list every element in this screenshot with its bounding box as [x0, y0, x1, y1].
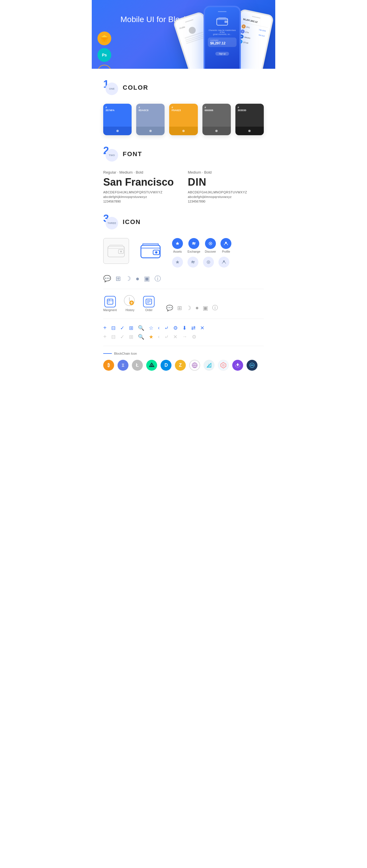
icon-section-header: 3 THREE ICON — [103, 215, 264, 229]
exchange-icon-inactive — [188, 257, 198, 268]
message-icon: ▣ — [144, 275, 150, 282]
order-icon: Order — [143, 296, 154, 312]
management-icons-row: Mangment History — [103, 295, 264, 312]
section-number-2: 2 TWO — [103, 147, 118, 161]
info-icon: ⓘ — [154, 274, 161, 283]
star-icon: ☆ — [149, 325, 153, 331]
chat-icon: 💬 — [103, 275, 111, 282]
gray-stack-icon: ⊞ — [177, 305, 182, 311]
svg-marker-28 — [222, 364, 225, 367]
edit-icon: ⊟ — [111, 325, 116, 331]
search-icon: 🔍 — [138, 325, 144, 331]
divider-3 — [103, 346, 264, 346]
gray-info-icon: ⓘ — [212, 304, 218, 312]
svg-rect-1 — [225, 21, 227, 23]
close-icon: ✕ — [200, 325, 204, 331]
back-icon-gray: ‹ — [158, 334, 160, 340]
font-grid: Regular · Medium · Bold San Francisco AB… — [103, 170, 264, 203]
font-name-din: DIN — [188, 176, 264, 188]
plus-icon-gray: + — [103, 334, 107, 340]
moon-icon: ☽ — [125, 275, 131, 282]
discover-icon-active — [205, 238, 216, 249]
font-san-francisco: Regular · Medium · Bold San Francisco AB… — [103, 170, 179, 203]
management-icon-box — [104, 296, 116, 307]
settings-icon: ⚙ — [173, 325, 178, 331]
close-icon-gray: ✕ — [173, 334, 177, 340]
section-number-3: 3 THREE — [103, 215, 118, 229]
share-icon-gray: ⤶ — [164, 334, 169, 340]
gray-message-icon: ▣ — [203, 305, 208, 311]
check-icon-gray: ✓ — [120, 334, 124, 340]
assets-icon-inactive — [172, 257, 183, 268]
back-icon: ‹ — [158, 325, 160, 331]
blockchain-line — [103, 353, 112, 354]
profile-icon-inactive — [219, 257, 229, 268]
history-icon-wrapper — [123, 295, 136, 307]
font-name-sf: San Francisco — [103, 176, 179, 188]
edit-icon-gray: ⊟ — [111, 334, 116, 340]
history-label: History — [125, 309, 135, 312]
discover-icon-inactive — [203, 257, 214, 268]
management-svg — [107, 299, 113, 305]
search-icon-gray: 🔍 — [138, 334, 144, 340]
exchange-icon-active — [188, 238, 199, 249]
svg-point-7 — [155, 251, 158, 253]
section-number-1: 1 ONE — [103, 80, 118, 95]
icon-title: ICON — [123, 218, 141, 226]
crypto-icons-row: ₿ Ξ Ł D Z — [103, 360, 264, 371]
dash-icon: D — [161, 360, 171, 371]
main-content: 1 ONE COLOR # 3574FA # 8DA0C8 — [92, 69, 275, 394]
arrow-icon-gray: → — [182, 334, 187, 340]
nav-icon-profile: Profile — [221, 238, 231, 253]
swatch-3: # F5A623 — [169, 104, 198, 135]
order-icon-box — [143, 296, 154, 307]
swatch-1: # 3574FA — [103, 104, 132, 135]
utility-icons-gray-row: + ⊟ ✓ ⊞ 🔍 ★ ‹ ⤶ ✕ → ⚙ — [103, 334, 264, 340]
nav-icon-exchange: Exchange — [188, 238, 200, 253]
color-section: 1 ONE COLOR # 3574FA # 8DA0C8 — [103, 80, 264, 135]
svg-point-13 — [223, 260, 225, 262]
icon-showcase-row: Assets Exchange Discover — [103, 238, 264, 268]
svg-point-9 — [210, 243, 211, 244]
nav-icon-discover: Discover — [205, 238, 216, 253]
font-numbers-din: 1234567890 — [188, 200, 264, 203]
bitcoin-icon: ₿ — [103, 360, 114, 371]
font-lowercase-din: abcdefghijklmnopqrstuvwxyz — [188, 195, 264, 198]
zcash-icon: Z — [175, 360, 186, 371]
font-title: FONT — [123, 150, 142, 158]
litecoin-icon: Ł — [132, 360, 143, 371]
order-label: Order — [145, 309, 152, 312]
nav-icons-inactive-row — [172, 257, 231, 268]
blockchain-text: BlockChain Icon — [114, 352, 137, 355]
share-icon: ⤶ — [164, 325, 169, 331]
icon-section: 3 THREE ICON — [103, 215, 264, 371]
nav-icons-group: Assets Exchange Discover — [172, 238, 231, 268]
management-icon: Mangment — [103, 296, 117, 312]
nav-icon-assets: Assets — [172, 238, 183, 253]
qr-icon: ⊞ — [129, 325, 133, 331]
neo-icon — [146, 360, 157, 371]
gray-dot-icon: ● — [195, 305, 199, 311]
management-label: Mangment — [103, 309, 117, 312]
svg-rect-5 — [141, 245, 160, 258]
utility-icons-blue-row: + ⊟ ✓ ⊞ 🔍 ☆ ‹ ⤶ ⚙ ⬇ ⇄ ✕ — [103, 324, 264, 331]
profile-label: Profile — [222, 250, 230, 253]
check-icon: ✓ — [120, 325, 124, 331]
gray-icons-row-1: 💬 ⊞ ☽ ● ▣ ⓘ — [166, 304, 218, 312]
svg-rect-15 — [108, 302, 110, 303]
font-styles-din: Medium · Bold — [188, 170, 264, 175]
svg-point-10 — [225, 242, 227, 244]
phone-center: Character may be masterclass in thegreat… — [204, 6, 241, 69]
swatch-5: # 303030 — [235, 104, 264, 135]
svg-point-4 — [120, 251, 122, 252]
qr-icon-gray: ⊞ — [129, 334, 133, 340]
tron-icon — [204, 360, 215, 371]
profile-icon-active — [221, 238, 231, 249]
wallet-blue-svg — [140, 243, 161, 259]
screens-badge: 60+ Screens — [97, 65, 111, 69]
font-uppercase-din: ABCDEFGHIJKLMNOPQRSTUVWXYZ — [188, 190, 264, 194]
hero-badges: Ps 60+ Screens — [97, 32, 111, 69]
color-section-header: 1 ONE COLOR — [103, 80, 264, 95]
sketch-badge — [97, 32, 111, 45]
font-numbers-sf: 1234567890 — [103, 200, 179, 203]
